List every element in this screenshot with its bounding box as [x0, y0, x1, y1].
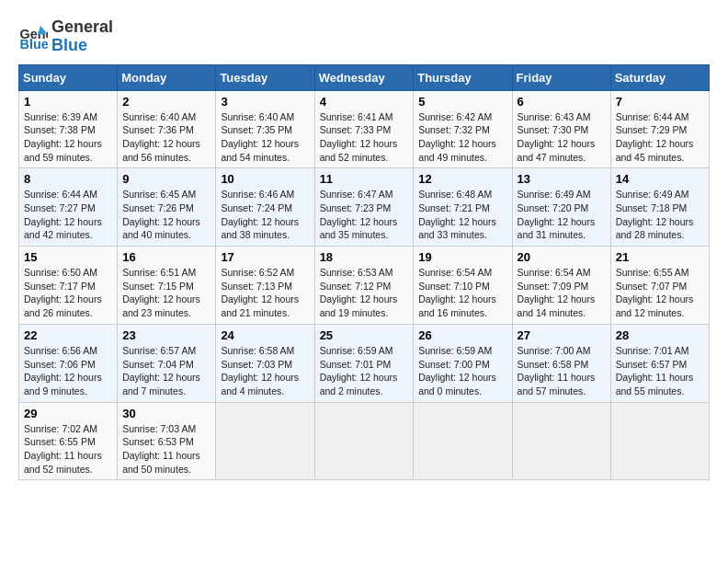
day-info: Sunrise: 6:46 AMSunset: 7:24 PMDaylight:… — [221, 188, 309, 242]
calendar-cell: 17 Sunrise: 6:52 AMSunset: 7:13 PMDaylig… — [216, 247, 314, 325]
calendar-cell: 6 Sunrise: 6:43 AMSunset: 7:30 PMDayligh… — [512, 90, 610, 168]
calendar-table: Sunday Monday Tuesday Wednesday Thursday… — [18, 64, 710, 481]
day-number: 14 — [616, 172, 704, 186]
calendar-cell — [314, 402, 414, 480]
calendar-cell: 24 Sunrise: 6:58 AMSunset: 7:03 PMDaylig… — [216, 324, 314, 402]
day-info: Sunrise: 6:58 AMSunset: 7:03 PMDaylight:… — [221, 344, 309, 398]
day-number: 12 — [418, 172, 506, 186]
calendar-week-row: 8 Sunrise: 6:44 AMSunset: 7:27 PMDayligh… — [19, 168, 710, 247]
day-number: 8 — [24, 172, 112, 186]
calendar-cell: 15 Sunrise: 6:50 AMSunset: 7:17 PMDaylig… — [19, 247, 118, 325]
calendar-cell: 16 Sunrise: 6:51 AMSunset: 7:15 PMDaylig… — [118, 247, 216, 325]
day-number: 4 — [320, 95, 409, 109]
calendar-cell: 20 Sunrise: 6:54 AMSunset: 7:09 PMDaylig… — [512, 247, 610, 325]
calendar-cell: 30 Sunrise: 7:03 AMSunset: 6:53 PMDaylig… — [118, 402, 216, 480]
day-number: 3 — [221, 95, 309, 109]
day-number: 26 — [418, 328, 506, 342]
day-number: 16 — [122, 250, 210, 264]
calendar-week-row: 29 Sunrise: 7:02 AMSunset: 6:55 PMDaylig… — [19, 402, 710, 480]
header-tuesday: Tuesday — [216, 64, 314, 90]
calendar-cell: 23 Sunrise: 6:57 AMSunset: 7:04 PMDaylig… — [118, 324, 216, 402]
calendar-cell: 25 Sunrise: 6:59 AMSunset: 7:01 PMDaylig… — [314, 324, 414, 402]
calendar-cell — [414, 402, 512, 480]
day-info: Sunrise: 6:56 AMSunset: 7:06 PMDaylight:… — [24, 344, 112, 398]
calendar-cell: 3 Sunrise: 6:40 AMSunset: 7:35 PMDayligh… — [216, 90, 314, 168]
day-info: Sunrise: 6:57 AMSunset: 7:04 PMDaylight:… — [122, 344, 210, 398]
logo-general: General — [51, 18, 113, 37]
calendar-week-row: 1 Sunrise: 6:39 AMSunset: 7:38 PMDayligh… — [19, 90, 710, 168]
day-info: Sunrise: 6:54 AMSunset: 7:10 PMDaylight:… — [418, 266, 506, 320]
calendar-cell: 1 Sunrise: 6:39 AMSunset: 7:38 PMDayligh… — [19, 90, 118, 168]
calendar-week-row: 22 Sunrise: 6:56 AMSunset: 7:06 PMDaylig… — [19, 324, 710, 402]
day-number: 22 — [24, 328, 112, 342]
calendar-cell: 29 Sunrise: 7:02 AMSunset: 6:55 PMDaylig… — [19, 402, 118, 480]
calendar-cell: 28 Sunrise: 7:01 AMSunset: 6:57 PMDaylig… — [610, 324, 709, 402]
day-number: 5 — [418, 95, 506, 109]
day-info: Sunrise: 6:44 AMSunset: 7:27 PMDaylight:… — [24, 188, 112, 242]
day-number: 29 — [24, 407, 112, 420]
day-info: Sunrise: 6:49 AMSunset: 7:20 PMDaylight:… — [518, 188, 606, 242]
day-number: 1 — [24, 95, 112, 109]
day-info: Sunrise: 6:49 AMSunset: 7:18 PMDaylight:… — [616, 188, 704, 242]
day-number: 21 — [616, 250, 704, 264]
calendar-cell: 13 Sunrise: 6:49 AMSunset: 7:20 PMDaylig… — [512, 168, 610, 247]
day-info: Sunrise: 6:55 AMSunset: 7:07 PMDaylight:… — [616, 266, 704, 320]
day-info: Sunrise: 6:42 AMSunset: 7:32 PMDaylight:… — [418, 110, 506, 165]
day-number: 15 — [24, 250, 112, 264]
day-number: 9 — [122, 172, 210, 186]
logo-icon: General Blue — [18, 22, 48, 52]
day-number: 30 — [122, 407, 210, 420]
day-info: Sunrise: 7:03 AMSunset: 6:53 PMDaylight:… — [122, 422, 210, 477]
day-number: 11 — [320, 172, 409, 186]
header-saturday: Saturday — [610, 64, 709, 90]
day-number: 7 — [616, 95, 704, 109]
day-info: Sunrise: 6:53 AMSunset: 7:12 PMDaylight:… — [320, 266, 409, 320]
header-friday: Friday — [512, 64, 610, 90]
day-info: Sunrise: 6:44 AMSunset: 7:29 PMDaylight:… — [616, 110, 704, 165]
calendar-cell: 8 Sunrise: 6:44 AMSunset: 7:27 PMDayligh… — [19, 168, 118, 247]
calendar-cell: 2 Sunrise: 6:40 AMSunset: 7:36 PMDayligh… — [118, 90, 216, 168]
header-wednesday: Wednesday — [314, 64, 414, 90]
day-info: Sunrise: 6:43 AMSunset: 7:30 PMDaylight:… — [518, 110, 606, 165]
calendar-cell: 18 Sunrise: 6:53 AMSunset: 7:12 PMDaylig… — [314, 247, 414, 325]
day-info: Sunrise: 6:50 AMSunset: 7:17 PMDaylight:… — [24, 266, 112, 320]
calendar-cell — [512, 402, 610, 480]
header-monday: Monday — [118, 64, 216, 90]
day-number: 2 — [122, 95, 210, 109]
day-number: 17 — [221, 250, 309, 264]
day-info: Sunrise: 6:59 AMSunset: 7:00 PMDaylight:… — [418, 344, 506, 398]
day-info: Sunrise: 6:41 AMSunset: 7:33 PMDaylight:… — [320, 110, 409, 165]
calendar-week-row: 15 Sunrise: 6:50 AMSunset: 7:17 PMDaylig… — [19, 247, 710, 325]
day-number: 10 — [221, 172, 309, 186]
day-number: 6 — [518, 95, 606, 109]
day-info: Sunrise: 6:40 AMSunset: 7:36 PMDaylight:… — [122, 110, 210, 165]
day-info: Sunrise: 6:51 AMSunset: 7:15 PMDaylight:… — [122, 266, 210, 320]
day-info: Sunrise: 7:01 AMSunset: 6:57 PMDaylight:… — [616, 344, 704, 398]
calendar-cell: 10 Sunrise: 6:46 AMSunset: 7:24 PMDaylig… — [216, 168, 314, 247]
day-info: Sunrise: 6:47 AMSunset: 7:23 PMDaylight:… — [320, 188, 409, 242]
day-number: 23 — [122, 328, 210, 342]
logo: General Blue General Blue — [18, 18, 113, 55]
day-info: Sunrise: 7:00 AMSunset: 6:58 PMDaylight:… — [518, 344, 606, 398]
day-number: 19 — [418, 250, 506, 264]
calendar-cell: 9 Sunrise: 6:45 AMSunset: 7:26 PMDayligh… — [118, 168, 216, 247]
day-info: Sunrise: 6:39 AMSunset: 7:38 PMDaylight:… — [24, 110, 112, 165]
calendar-cell: 19 Sunrise: 6:54 AMSunset: 7:10 PMDaylig… — [414, 247, 512, 325]
calendar-cell: 26 Sunrise: 6:59 AMSunset: 7:00 PMDaylig… — [414, 324, 512, 402]
calendar-cell: 4 Sunrise: 6:41 AMSunset: 7:33 PMDayligh… — [314, 90, 414, 168]
calendar-cell: 14 Sunrise: 6:49 AMSunset: 7:18 PMDaylig… — [610, 168, 709, 247]
day-info: Sunrise: 6:59 AMSunset: 7:01 PMDaylight:… — [320, 344, 409, 398]
logo-blue: Blue — [51, 37, 113, 55]
day-info: Sunrise: 6:54 AMSunset: 7:09 PMDaylight:… — [518, 266, 606, 320]
calendar-cell: 11 Sunrise: 6:47 AMSunset: 7:23 PMDaylig… — [314, 168, 414, 247]
calendar-cell — [610, 402, 709, 480]
day-number: 18 — [320, 250, 409, 264]
calendar-cell — [216, 402, 314, 480]
weekday-header-row: Sunday Monday Tuesday Wednesday Thursday… — [19, 64, 710, 90]
calendar-cell: 12 Sunrise: 6:48 AMSunset: 7:21 PMDaylig… — [414, 168, 512, 247]
calendar-cell: 7 Sunrise: 6:44 AMSunset: 7:29 PMDayligh… — [610, 90, 709, 168]
page-header: General Blue General Blue — [18, 18, 710, 55]
day-info: Sunrise: 6:52 AMSunset: 7:13 PMDaylight:… — [221, 266, 309, 320]
day-number: 27 — [518, 328, 606, 342]
day-number: 25 — [320, 328, 409, 342]
